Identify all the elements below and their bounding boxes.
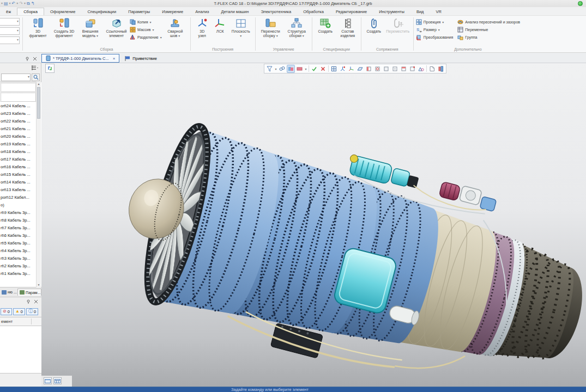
selection-color-button[interactable] bbox=[295, 65, 304, 73]
model-tree[interactable]: ort\24 Кабель ... ort\23 Кабель ... ort\… bbox=[0, 82, 41, 287]
qa-caret-icon[interactable]: ▾ bbox=[24, 0, 26, 7]
tree-item[interactable]: rt\3 Кабель 3р... bbox=[0, 255, 41, 262]
tree-item[interactable]: rt\1 Кабель 3р... bbox=[0, 270, 41, 278]
highlight-settings-button[interactable] bbox=[287, 65, 295, 73]
create-3d-fragment-button[interactable]: Создать 3D фрагмент bbox=[51, 17, 77, 38]
display-vertex-button[interactable] bbox=[408, 65, 416, 73]
create-mate-button[interactable]: Создать bbox=[364, 17, 384, 34]
engine-3d-model[interactable] bbox=[41, 63, 586, 387]
product-composition-button[interactable]: Состав изделия bbox=[337, 17, 359, 38]
tree-item[interactable]: ort\22 Кабель ... bbox=[0, 118, 41, 125]
primitives-button[interactable] bbox=[417, 65, 425, 73]
qa-caret-icon[interactable]: ▾ bbox=[16, 0, 18, 7]
diagnostics-list[interactable] bbox=[0, 326, 41, 373]
tree-item[interactable]: ort\19 Кабель ... bbox=[0, 140, 41, 148]
copy-button[interactable]: Копия▾ bbox=[130, 19, 162, 25]
3d-viewport[interactable]: ▾ ▾ bbox=[41, 63, 586, 387]
ribbon-tab[interactable]: Спецификации bbox=[81, 8, 122, 15]
lsk-button[interactable] bbox=[347, 65, 355, 73]
3d-nodes-button[interactable] bbox=[339, 65, 347, 73]
tree-item[interactable]: ort\17 Кабель ... bbox=[0, 156, 41, 163]
layer-combo[interactable] bbox=[0, 27, 20, 35]
group-button[interactable]: Группа bbox=[457, 34, 520, 40]
tree-item[interactable]: ort\14 Кабель ... bbox=[0, 179, 41, 186]
ribbon-tab[interactable]: VR bbox=[430, 8, 447, 15]
sync-status-icon[interactable] bbox=[578, 1, 583, 6]
ribbon-tab[interactable]: Вид bbox=[410, 8, 430, 15]
display-top-button[interactable] bbox=[400, 65, 408, 73]
panel-tab-structure[interactable]: ню ... bbox=[0, 289, 17, 296]
tree-item[interactable]: port\12 Кабел... bbox=[0, 194, 41, 201]
redo-icon[interactable]: ↷ bbox=[19, 0, 23, 7]
cancel-button[interactable] bbox=[319, 65, 327, 73]
move-mate-button[interactable]: Переместить bbox=[385, 17, 411, 34]
tree-item[interactable]: ort\16 Кабель ... bbox=[0, 163, 41, 171]
color-combo[interactable] bbox=[0, 36, 20, 44]
close-document-icon[interactable]: × bbox=[113, 56, 116, 61]
tree-item[interactable]: ort\24 Кабель ... bbox=[0, 102, 41, 110]
select-elements-button[interactable] bbox=[278, 65, 286, 73]
scene-structure-button[interactable] bbox=[45, 64, 55, 73]
dimension-button[interactable]: S Размер▾ bbox=[416, 27, 454, 33]
display-hole-button[interactable] bbox=[391, 65, 399, 73]
ribbon-tab[interactable]: Обработка bbox=[297, 8, 330, 15]
qa-caret-icon[interactable]: ▾ bbox=[9, 0, 11, 7]
ribbon-tab[interactable]: ёж bbox=[0, 8, 17, 15]
selector-filter-button[interactable] bbox=[265, 65, 274, 73]
ribbon-tab[interactable]: Измерение bbox=[156, 8, 189, 15]
errors-badge[interactable]: ⊘0 bbox=[1, 308, 12, 315]
save-icon[interactable]: ▤ bbox=[4, 0, 8, 7]
document-tab-welcome[interactable]: Приветствие bbox=[120, 54, 161, 63]
ribbon-tab[interactable]: Сборка bbox=[17, 8, 44, 15]
tree-item[interactable]: rt\9 Кабель 3р... bbox=[0, 209, 41, 217]
panel-tab-parameters[interactable]: Парам... bbox=[17, 289, 41, 296]
external-model-button[interactable]: Внешняя модель ▾ bbox=[77, 17, 103, 38]
pin-icon[interactable] bbox=[26, 299, 31, 304]
tree-item[interactable]: rt\5 Кабель 3р... bbox=[0, 240, 41, 247]
tree-item[interactable]: ort\15 Кабель ... bbox=[0, 171, 41, 179]
infos-badge[interactable]: ⓘ0 bbox=[26, 308, 38, 315]
3d-fragment-button[interactable]: 3D фрагмент bbox=[25, 17, 51, 38]
transformations-button[interactable]: Преобразования bbox=[416, 34, 454, 40]
tree-item[interactable]: ort\21 Кабель ... bbox=[0, 125, 41, 133]
document-tab-engine[interactable]: * ТРДДФ-1-000 Двигатель С... × bbox=[41, 54, 119, 63]
single-view-button[interactable] bbox=[44, 377, 52, 384]
tree-item[interactable]: rt\8 Кабель 3р... bbox=[0, 217, 41, 224]
ribbon-tab[interactable]: Параметры bbox=[122, 8, 156, 15]
filter-caret-icon[interactable]: ▾ bbox=[274, 67, 277, 71]
color-caret-icon[interactable]: ▾ bbox=[304, 67, 307, 71]
sheet-button[interactable] bbox=[428, 65, 436, 73]
style-combo[interactable] bbox=[0, 18, 20, 26]
qa-caret-icon[interactable]: ▾ bbox=[1, 0, 3, 7]
projection-button[interactable]: Проекция▾ bbox=[416, 19, 454, 25]
display-wireframe-button[interactable] bbox=[365, 65, 373, 73]
display-shaded-button[interactable] bbox=[382, 65, 390, 73]
split-view-button[interactable] bbox=[53, 377, 62, 384]
create-bom-button[interactable]: Создать bbox=[315, 17, 336, 34]
tree-item[interactable]: ort\23 Кабель ... bbox=[0, 110, 41, 118]
list-options-icon[interactable] bbox=[31, 65, 39, 71]
tree-item[interactable]: ort\13 Кабель ... bbox=[0, 186, 41, 194]
undo-icon[interactable]: ↶ bbox=[12, 0, 16, 7]
section-plane-button[interactable] bbox=[356, 65, 364, 73]
workplanes-button[interactable] bbox=[330, 65, 338, 73]
reference-element-button[interactable]: Ссылочный элемент bbox=[104, 17, 129, 38]
ribbon-tab[interactable]: Оформление bbox=[44, 8, 82, 15]
close-panel-icon[interactable] bbox=[33, 57, 37, 61]
tree-item[interactable]: ort\18 Кабель ... bbox=[0, 148, 41, 156]
scroll-thumb[interactable] bbox=[37, 87, 40, 119]
ribbon-tab[interactable]: Детали машин bbox=[215, 8, 255, 15]
tree-item[interactable]: о) bbox=[0, 201, 41, 209]
pin-icon[interactable] bbox=[25, 57, 29, 61]
preview-icon[interactable]: ⧉ bbox=[27, 0, 30, 7]
plane-button[interactable]: Плоскость▾ bbox=[229, 17, 253, 38]
tree-filter-combo[interactable] bbox=[1, 74, 31, 81]
display-hidden-button[interactable] bbox=[373, 65, 382, 73]
3d-node-button[interactable]: 3D узел bbox=[193, 17, 212, 38]
divide-button[interactable]: Разделение▾ bbox=[130, 34, 162, 40]
assembly-structure-button[interactable]: Структура сборки ▾ bbox=[284, 17, 310, 38]
ribbon-tab[interactable]: Редактирование bbox=[330, 8, 373, 15]
switch-window-icon[interactable]: ↰ bbox=[31, 0, 35, 7]
close-panel-icon[interactable] bbox=[34, 299, 38, 304]
tree-item[interactable]: rt\4 Кабель 3р... bbox=[0, 247, 41, 255]
